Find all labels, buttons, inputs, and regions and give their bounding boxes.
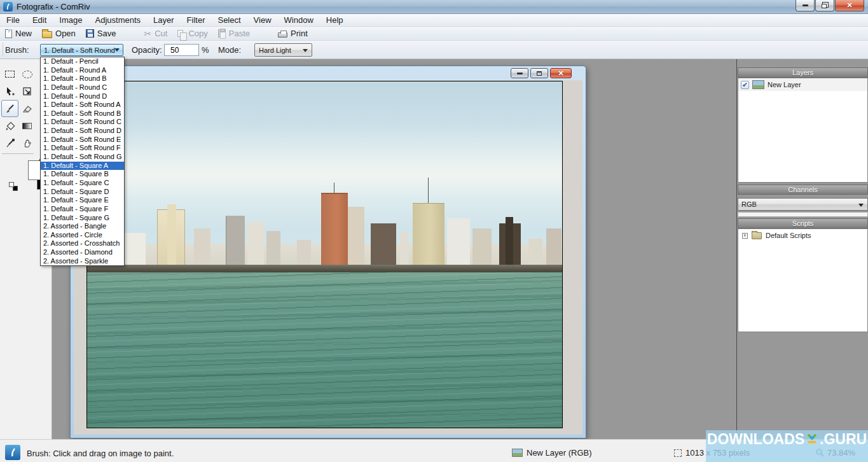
menu-item[interactable]: Filter <box>181 14 212 26</box>
open-button[interactable]: Open <box>37 27 81 40</box>
layer-row[interactable]: ✔ New Layer <box>738 78 867 91</box>
channels-panel-header[interactable]: Channels <box>738 185 868 195</box>
doc-minimize-button[interactable] <box>511 68 528 78</box>
transform-tool[interactable] <box>18 83 36 100</box>
work-area: ✕ <box>0 59 868 439</box>
gradient-icon <box>22 123 32 129</box>
rect-marquee-icon <box>5 71 15 78</box>
brush-icon <box>5 104 15 114</box>
canvas-image[interactable] <box>86 81 563 428</box>
menu-item[interactable]: Edit <box>26 14 53 26</box>
status-layer-info: New Layer (RGB) <box>527 448 592 458</box>
brush-preset-option[interactable]: 1. Default - Square G <box>41 214 124 223</box>
brush-preset-option[interactable]: 1. Default - Square B <box>41 170 124 179</box>
copy-button[interactable]: Copy <box>172 27 212 40</box>
doc-close-button[interactable]: ✕ <box>550 68 572 78</box>
gradient-tool[interactable] <box>18 117 36 134</box>
elliptical-marquee-tool[interactable] <box>18 66 36 83</box>
brush-preset-dropdown: 1. Default - Pencil1. Default - Round A1… <box>40 57 125 266</box>
scripts-panel-header[interactable]: Scripts <box>738 218 868 228</box>
panels-sidebar: Layers ✔ New Layer Channels RGB Scripts … <box>736 59 868 439</box>
brush-preset-option[interactable]: 2. Assorted - Crosshatch <box>41 239 124 248</box>
status-zoom-level: 73.84% <box>827 448 855 458</box>
opacity-label: Opacity: <box>132 45 162 55</box>
paint-bucket-tool[interactable] <box>1 117 18 134</box>
brush-preset-option[interactable]: 1. Default - Soft Round F <box>41 144 124 153</box>
menu-item[interactable]: Image <box>53 14 88 26</box>
rectangular-marquee-tool[interactable] <box>1 66 18 83</box>
blend-mode-select[interactable]: Hard Light <box>254 43 312 57</box>
brush-preset-option[interactable]: 1. Default - Soft Round G <box>41 153 124 162</box>
brush-label: Brush: <box>5 45 29 55</box>
separator <box>3 43 3 57</box>
scripts-list: + Default Scripts <box>738 228 868 332</box>
default-colors-icon[interactable] <box>9 182 18 191</box>
new-button[interactable]: New <box>0 27 37 40</box>
layers-panel-header[interactable]: Layers <box>738 67 868 78</box>
brush-preset-option[interactable]: 2. Assorted - Circle <box>41 231 124 240</box>
brush-preset-option[interactable]: 1. Default - Soft Round B <box>41 109 124 118</box>
chevron-down-icon <box>303 49 308 55</box>
cut-button[interactable]: ✂Cut <box>139 27 172 40</box>
expand-toggle[interactable]: + <box>742 233 748 239</box>
brush-preset-option[interactable]: 1. Default - Soft Round D <box>41 127 124 136</box>
move-arrow-icon <box>5 87 15 97</box>
eyedropper-icon <box>5 138 15 148</box>
menu-item[interactable]: Help <box>320 14 350 26</box>
channel-value: RGB <box>741 200 757 208</box>
close-icon: ✕ <box>846 2 852 9</box>
menu-item[interactable]: Select <box>211 14 247 26</box>
menu-item[interactable]: Layer <box>147 14 181 26</box>
brush-preset-option[interactable]: 1. Default - Square A <box>41 162 124 171</box>
layer-name: New Layer <box>768 81 801 88</box>
save-button[interactable]: Save <box>81 27 121 40</box>
brush-preset-option[interactable]: 2. Assorted - Sparkle <box>41 257 124 266</box>
brush-preset-option[interactable]: 2. Assorted - Diamond <box>41 248 124 257</box>
menu-item[interactable]: Window <box>278 14 320 26</box>
move-tool[interactable] <box>1 83 18 100</box>
close-button[interactable]: ✕ <box>835 0 864 11</box>
brush-tool[interactable] <box>1 100 18 117</box>
divider <box>2 153 34 154</box>
brush-preset-combobox[interactable]: 1. Default - Soft Round <box>40 44 123 56</box>
opacity-input[interactable] <box>164 44 199 56</box>
new-file-icon <box>5 29 12 38</box>
document-window[interactable]: ✕ <box>70 66 586 438</box>
brush-preset-option[interactable]: 1. Default - Square D <box>41 188 124 197</box>
eyedropper-tool[interactable] <box>1 134 18 151</box>
menu-item[interactable]: View <box>247 14 278 26</box>
app-logo-icon <box>3 2 13 11</box>
layer-visibility-checkbox[interactable]: ✔ <box>741 81 749 89</box>
menu-item[interactable]: File <box>0 14 26 26</box>
minimize-button[interactable] <box>796 0 815 11</box>
brush-preset-option[interactable]: 1. Default - Soft Round A <box>41 101 124 109</box>
brush-preset-option[interactable]: 1. Default - Square C <box>41 179 124 188</box>
brush-preset-option[interactable]: 1. Default - Round D <box>41 92 124 101</box>
channel-select[interactable]: RGB <box>738 198 868 211</box>
brush-preset-option[interactable]: 1. Default - Round A <box>41 66 124 75</box>
titlebar[interactable]: Fotografix - ComRiv ✕ <box>0 0 868 14</box>
eraser-tool[interactable] <box>18 100 36 117</box>
brush-preset-option[interactable]: 1. Default - Pencil <box>41 57 124 66</box>
menu-item[interactable]: Adjustments <box>89 14 148 26</box>
print-button[interactable]: Print <box>273 27 313 40</box>
brush-preset-option[interactable]: 1. Default - Soft Round C <box>41 118 124 127</box>
brush-preset-option[interactable]: 1. Default - Round C <box>41 83 124 92</box>
brush-preset-option[interactable]: 2. Assorted - Bangle <box>41 222 124 231</box>
save-floppy-icon <box>86 29 94 38</box>
maximize-icon <box>537 71 542 76</box>
bucket-icon <box>5 121 15 131</box>
brush-preset-option[interactable]: 1. Default - Square F <box>41 205 124 214</box>
brush-preset-option[interactable]: 1. Default - Soft Round E <box>41 136 124 144</box>
restore-button[interactable] <box>815 0 834 11</box>
brush-preset-option[interactable]: 1. Default - Round B <box>41 74 124 83</box>
percent-label: % <box>202 45 209 55</box>
doc-maximize-button[interactable] <box>530 68 548 78</box>
hand-tool[interactable] <box>18 134 36 151</box>
layer-info-icon <box>512 449 523 457</box>
open-folder-icon <box>42 31 52 38</box>
script-row[interactable]: + Default Scripts <box>738 229 867 242</box>
document-client-area <box>74 80 582 435</box>
brush-preset-option[interactable]: 1. Default - Square E <box>41 196 124 205</box>
paste-button[interactable]: Paste <box>213 27 255 40</box>
